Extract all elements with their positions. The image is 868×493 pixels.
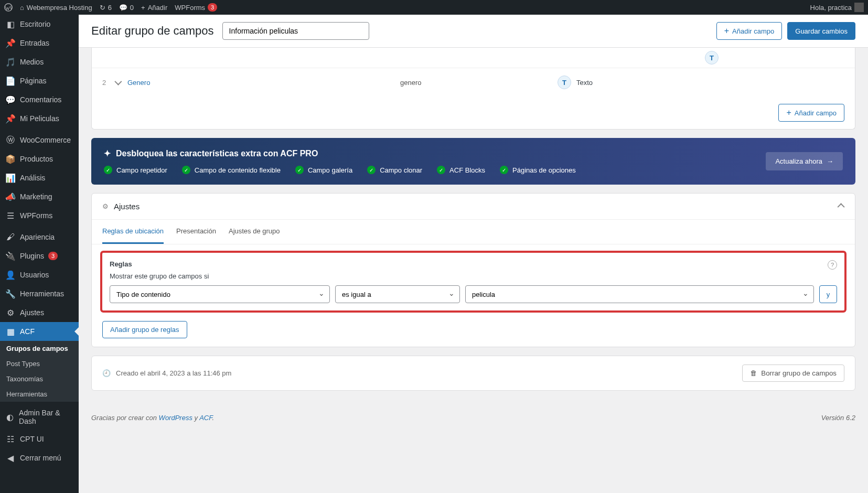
sidebar-item-label: Comentarios xyxy=(20,95,61,104)
page-header: Editar grupo de campos +Añadir campo Gua… xyxy=(79,15,868,48)
sidebar-item-wpforms[interactable]: ☰WPForms xyxy=(0,206,79,225)
trash-icon: 🗑 xyxy=(750,369,757,377)
analytics-icon: 📊 xyxy=(5,173,16,183)
badge: 3 xyxy=(48,252,58,260)
clock-icon: 🕘 xyxy=(102,369,111,377)
add-and-rule-button[interactable]: y xyxy=(819,285,837,303)
field-row[interactable]: 2 Genero genero TTexto xyxy=(92,68,855,97)
add-field-button-top[interactable]: +Añadir campo xyxy=(716,22,783,40)
sidebar-item-apariencia[interactable]: 🖌Apariencia xyxy=(0,228,79,246)
plug-icon: 🔌 xyxy=(5,251,16,261)
sidebar-sub-herramientas[interactable]: Herramientas xyxy=(0,387,79,402)
sidebar-item-label: Análisis xyxy=(20,174,45,182)
sidebar-item-label: Medios xyxy=(20,58,44,66)
chevron-down-icon[interactable] xyxy=(115,79,127,87)
upgrade-now-button[interactable]: Actualiza ahora→ xyxy=(766,152,843,170)
rules-description: Mostrar este grupo de campos si xyxy=(110,272,837,280)
wordpress-link[interactable]: WordPress xyxy=(159,414,192,422)
sidebar-item-ajustes[interactable]: ⚙Ajustes xyxy=(0,303,79,322)
add-new-link[interactable]: +Añadir xyxy=(141,4,167,12)
woo-icon: ⓦ xyxy=(5,135,16,145)
check-icon: ✓ xyxy=(500,166,508,174)
tab-ajustes-de-grupo[interactable]: Ajustes de grupo xyxy=(229,220,280,244)
megaphone-icon: 📣 xyxy=(5,191,16,202)
sidebar-item-análisis[interactable]: 📊Análisis xyxy=(0,168,79,187)
check-icon: ✓ xyxy=(367,166,376,174)
check-icon: ✓ xyxy=(104,166,112,174)
sidebar-item-label: Mi Peliculas xyxy=(20,114,59,123)
sidebar-item-admin-bar-&-dash[interactable]: ◐Admin Bar & Dash xyxy=(0,404,79,430)
group-title-input[interactable] xyxy=(222,22,369,40)
brush-icon: 🖌 xyxy=(5,232,16,242)
gauge-icon: ◐ xyxy=(5,412,15,422)
sidebar-item-woocommerce[interactable]: ⓦWooCommerce xyxy=(0,131,79,149)
site-name-link[interactable]: ⌂Webempresa Hosting xyxy=(20,4,92,12)
field-name-link[interactable]: Genero xyxy=(127,79,150,87)
sidebar-sub-post-types[interactable]: Post Types xyxy=(0,356,79,371)
settings-panel: ⚙ Ajustes Reglas de ubicaciónPresentació… xyxy=(91,193,855,347)
tab-reglas-de-ubicación[interactable]: Reglas de ubicación xyxy=(102,220,164,244)
add-rule-group-button[interactable]: Añadir grupo de reglas xyxy=(102,321,187,338)
type-badge-icon: T xyxy=(558,76,571,89)
plus-icon: + xyxy=(786,109,791,117)
sidebar-sub-grupos-de-campos[interactable]: Grupos de campos xyxy=(0,341,79,356)
wpforms-badge: 3 xyxy=(208,3,217,12)
rule-operator-select[interactable]: es igual a xyxy=(335,285,460,303)
sidebar-item-cpt-ui[interactable]: ☷CPT UI xyxy=(0,430,79,448)
admin-toolbar: ⌂Webempresa Hosting ↻6 💬0 +Añadir WPForm… xyxy=(0,0,868,15)
media-icon: 🎵 xyxy=(5,57,16,67)
help-icon[interactable]: ? xyxy=(828,260,837,270)
wp-logo[interactable] xyxy=(4,3,13,12)
sidebar-item-escritorio[interactable]: ◧Escritorio xyxy=(0,15,79,34)
page-title: Editar grupo de campos xyxy=(91,24,214,38)
wpforms-link[interactable]: WPForms3 xyxy=(175,3,217,12)
comments-link[interactable]: 💬0 xyxy=(119,4,134,12)
add-field-button-bottom[interactable]: +Añadir campo xyxy=(778,104,844,122)
refresh-icon: ↻ xyxy=(100,4,105,12)
version-text: Versión 6.2 xyxy=(821,414,855,422)
type-badge-icon: T xyxy=(705,51,719,65)
sliders-icon: ⚙ xyxy=(5,307,16,318)
settings-title: Ajustes xyxy=(114,202,140,211)
updates-link[interactable]: ↻6 xyxy=(100,4,112,12)
sidebar-item-marketing[interactable]: 📣Marketing xyxy=(0,187,79,206)
save-button[interactable]: Guardar cambios xyxy=(787,22,855,40)
sidebar-item-plugins[interactable]: 🔌Plugins3 xyxy=(0,246,79,265)
sidebar-item-mi-peliculas[interactable]: 📌Mi Peliculas xyxy=(0,109,79,128)
sidebar-item-acf[interactable]: ▦ACF xyxy=(0,322,79,341)
sidebar-item-label: Admin Bar & Dash xyxy=(19,409,73,425)
sidebar-item-cerrar-menú[interactable]: ◀Cerrar menú xyxy=(0,448,79,467)
arrow-right-icon: → xyxy=(827,157,833,165)
home-icon: ⌂ xyxy=(20,4,24,12)
acf-link[interactable]: ACF xyxy=(199,414,212,422)
sidebar-item-medios[interactable]: 🎵Medios xyxy=(0,52,79,71)
avatar xyxy=(854,3,864,12)
sidebar-item-label: Páginas xyxy=(20,77,47,85)
field-order: 2 xyxy=(102,79,115,87)
sidebar-item-label: Usuarios xyxy=(20,271,49,279)
sidebar-sub-taxonomías[interactable]: Taxonomías xyxy=(0,371,79,387)
sidebar-item-usuarios[interactable]: 👤Usuarios xyxy=(0,265,79,284)
sidebar-item-entradas[interactable]: 📌Entradas xyxy=(0,34,79,52)
rule-param-select[interactable]: Tipo de contenido xyxy=(110,285,330,303)
sidebar-item-label: Entradas xyxy=(20,39,49,47)
chevron-up-icon[interactable] xyxy=(839,202,844,210)
sidebar-item-productos[interactable]: 📦Productos xyxy=(0,149,79,168)
account-link[interactable]: Hola, practica xyxy=(810,3,864,12)
field-row-partial[interactable]: T xyxy=(92,48,855,68)
pin-icon: 📌 xyxy=(5,38,16,48)
sidebar-item-herramientas[interactable]: 🔧Herramientas xyxy=(0,284,79,303)
sidebar-item-páginas[interactable]: 📄Páginas xyxy=(0,71,79,90)
plus-icon: + xyxy=(141,4,145,12)
delete-group-button[interactable]: 🗑Borrar grupo de campos xyxy=(742,365,844,382)
sidebar-item-comentarios[interactable]: 💬Comentarios xyxy=(0,90,79,109)
sidebar-item-label: Cerrar menú xyxy=(20,454,61,462)
gear-icon: ⚙ xyxy=(102,202,109,210)
sidebar-item-label: Productos xyxy=(20,155,53,163)
promo-feature: ✓Campo de contenido flexible xyxy=(182,166,281,174)
rule-value-select[interactable]: pelicula xyxy=(465,285,814,303)
tab-presentación[interactable]: Presentación xyxy=(176,220,216,244)
sidebar-item-label: WooCommerce xyxy=(20,136,71,144)
promo-feature: ✓Páginas de opciones xyxy=(500,166,576,174)
plus-icon: + xyxy=(724,27,729,35)
